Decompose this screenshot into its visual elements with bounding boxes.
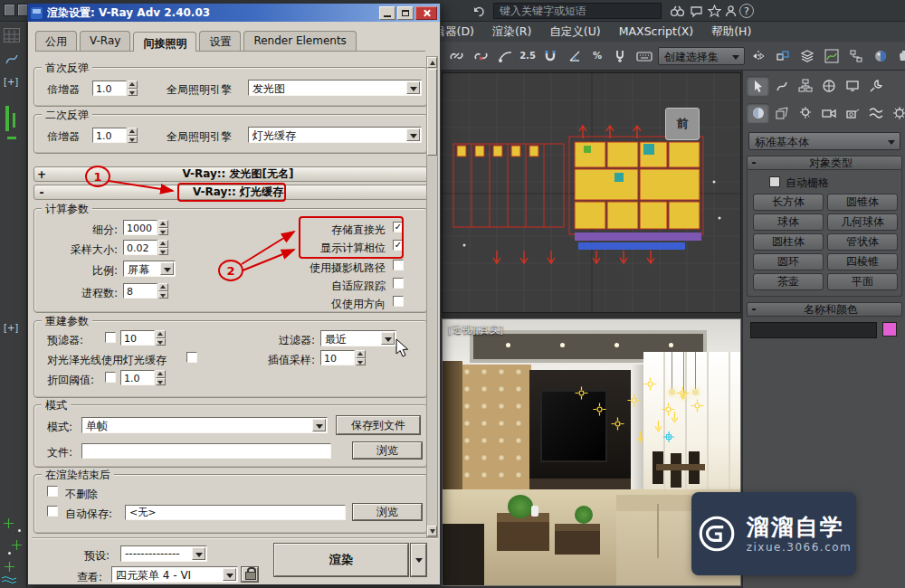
spinner-arrows[interactable] [356,350,366,365]
scale-dropdown[interactable]: 屏幕 [123,261,176,277]
spinner-snap-icon[interactable] [609,45,631,67]
motion-tab-icon[interactable] [817,76,840,96]
maximize-button[interactable] [397,6,414,20]
teapot-button[interactable]: 茶壶 [753,273,824,290]
tab-vray[interactable]: V-Ray [80,31,130,51]
utilities-tab-icon[interactable] [864,76,887,96]
dont-delete-checkbox[interactable] [47,486,58,497]
undo-icon[interactable] [467,0,489,22]
show-calc-phase-checkbox[interactable]: ✓ [393,240,404,251]
dialog-titlebar[interactable]: 渲染设置: V-Ray Adv 2.40.03 [28,4,440,22]
retrace-threshold-spinner[interactable]: 1.0 [120,370,166,385]
store-direct-light-checkbox[interactable]: ✓ [393,222,404,232]
chevron-down-icon[interactable] [381,332,395,345]
box-button[interactable]: 长方体 [753,194,824,211]
tab-indirect-illumination[interactable]: 间接照明 [133,32,196,52]
tab-settings[interactable]: 设置 [199,31,241,51]
signin-icon[interactable] [719,0,741,22]
irradiance-map-rollout[interactable]: + V-Ray:: 发光图[无名] [33,166,428,182]
mirror-icon[interactable] [748,45,769,67]
pyramid-button[interactable]: 四棱锥 [827,253,898,270]
adaptive-tracing-checkbox[interactable] [393,278,404,289]
menu-help[interactable]: 帮助(H) [702,22,760,42]
preset-dropdown[interactable]: -------------- [120,545,207,562]
material-editor-icon[interactable] [870,45,891,67]
object-color-swatch[interactable] [882,322,897,337]
spinner-arrows[interactable] [128,81,138,96]
minimize-button[interactable] [379,6,395,20]
autosave-checkbox[interactable] [47,506,58,517]
viewport-plus-label[interactable]: [+] [4,323,18,333]
plane-button[interactable]: 平面 [827,273,898,290]
browse-file-button[interactable]: 浏览 [353,442,422,459]
mode-dropdown[interactable]: 单帧 [81,417,328,433]
select-link-icon[interactable] [445,45,467,67]
tube-button[interactable]: 管状体 [827,233,898,251]
multiplier-spinner[interactable]: 1.0 [92,81,138,96]
autogrid-checkbox[interactable] [769,176,780,187]
snap-toggle-icon[interactable] [539,45,561,67]
prefilter-checkbox[interactable] [105,332,116,343]
dialog-scrollbar[interactable] [426,56,438,537]
helpers-category-icon[interactable] [841,103,863,123]
save-to-file-button[interactable]: 保存到文件 [337,416,420,434]
render-setup-icon[interactable] [894,45,905,67]
use-camera-path-checkbox[interactable] [393,260,404,270]
render-split-button[interactable] [411,544,426,576]
keyboard-override-icon[interactable] [634,45,655,67]
close-button[interactable] [415,6,437,20]
collapse-icon[interactable]: - [748,303,760,316]
retrace-threshold-checkbox[interactable] [105,372,116,383]
chevron-down-icon[interactable] [223,568,236,581]
name-color-rollout[interactable]: - 名称和颜色 [747,302,902,317]
passes-spinner[interactable]: 8 [123,283,168,299]
glossy-rays-checkbox[interactable] [186,352,197,363]
sphere-button[interactable]: 球体 [753,213,824,231]
object-type-rollout[interactable]: - 对象类型 [747,156,902,170]
spinner-arrows[interactable] [158,240,168,255]
percent-snap-icon[interactable]: % [588,45,606,67]
interp-samples-spinner[interactable]: 10 [320,350,366,365]
tab-render-elements[interactable]: Render Elements [243,31,356,51]
file-path-input[interactable] [81,443,331,459]
selection-set-dropdown[interactable]: 创建选择集 [658,47,745,65]
modify-tab-icon[interactable] [770,76,793,96]
spinner-arrows[interactable] [128,128,138,143]
help-icon[interactable]: ? [739,4,754,18]
primary-engine-dropdown[interactable]: 发光图 [248,80,422,96]
chevron-down-icon[interactable] [406,81,420,94]
geometry-category-icon[interactable] [747,103,769,123]
cylinder-button[interactable]: 圆柱体 [753,233,824,251]
window-menu-icon[interactable] [4,4,15,16]
left-viewport-sliver[interactable]: [+] [+] [0,23,27,588]
filter-dropdown[interactable]: 最近 [320,330,396,346]
scrollbar-thumb[interactable] [427,69,437,156]
lights-category-icon[interactable] [794,103,816,123]
viewport-plus-label[interactable]: [+] [4,77,18,87]
menu-customize[interactable]: 自定义(U) [540,22,609,42]
schematic-view-icon[interactable] [845,45,867,67]
front-viewport[interactable]: 前 [442,72,741,313]
spinner-arrows[interactable] [158,283,168,299]
sample-size-spinner[interactable]: 0.02 [123,240,168,255]
create-tab-icon[interactable] [747,76,769,96]
tab-common[interactable]: 公用 [35,31,77,51]
collapse-icon[interactable]: - [34,186,49,199]
menu-rendering[interactable]: 渲染(R) [483,22,540,42]
collapse-icon[interactable]: - [748,156,760,169]
align-icon[interactable] [772,45,794,67]
cameras-category-icon[interactable] [817,103,840,123]
search-input[interactable] [493,3,662,19]
secondary-engine-dropdown[interactable]: 灯光缓存 [248,127,422,143]
torus-button[interactable]: 圆环 [753,253,824,270]
spinner-arrows[interactable] [158,220,168,235]
spacewarps-category-icon[interactable] [864,103,887,123]
bind-spacewarp-icon[interactable] [494,45,516,67]
directions-only-checkbox[interactable] [393,296,404,307]
scroll-up-icon[interactable] [427,57,437,68]
subdivs-spinner[interactable]: 1000 [123,220,168,235]
hierarchy-tab-icon[interactable] [794,76,816,96]
render-button[interactable]: 渲染 [274,544,408,576]
viewcube-front[interactable]: 前 [665,108,700,140]
curve-editor-icon[interactable] [821,45,843,67]
